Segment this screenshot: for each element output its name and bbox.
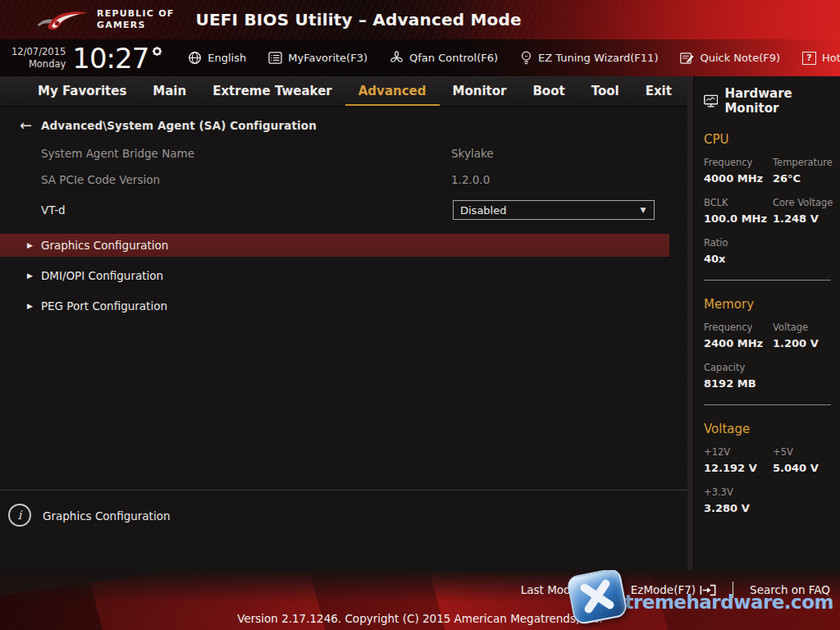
last-modified-button[interactable]: Last Modified — [521, 583, 595, 596]
submenu-label: DMI/OPI Configuration — [41, 269, 163, 282]
language-button[interactable]: English — [188, 51, 246, 65]
quick-note-label: Quick Note(F9) — [700, 52, 780, 64]
version-text: Version 2.17.1246. Copyright (C) 2015 Am… — [0, 612, 840, 625]
exit-to-ezmode-icon — [700, 584, 716, 596]
footer-links: Last Modified EzMode(F7) Search on FAQ — [521, 582, 830, 598]
hw-section-heading: Voltage — [704, 422, 840, 436]
param-label: SA PCIe Code Version — [41, 173, 451, 186]
tab-main[interactable]: Main — [139, 84, 199, 106]
hw-item-voltage-12v: +12V 12.192 V — [704, 446, 773, 474]
lightbulb-icon — [520, 51, 532, 65]
param-row-pcie-version: SA PCIe Code Version 1.2.0.0 — [0, 173, 687, 186]
hw-item-memory-voltage: Voltage 1.200 V — [773, 322, 840, 349]
submenu-group: ▶ Graphics Configuration ▶ DMI/OPI Confi… — [0, 234, 687, 317]
hot-keys-button[interactable]: ? Hot Keys — [802, 52, 840, 65]
footer: Last Modified EzMode(F7) Search on FAQ V… — [0, 570, 840, 630]
tab-extreme-tweaker[interactable]: Extreme Tweaker — [199, 84, 345, 106]
hw-divider — [704, 404, 831, 405]
clock-settings-gear-icon[interactable] — [151, 45, 163, 57]
tab-advanced[interactable]: Advanced — [345, 84, 440, 106]
chevron-down-icon: ▼ — [632, 206, 654, 214]
bios-screen: REPUBLIC OF GAMERS UEFI BIOS Utility – A… — [0, 0, 840, 630]
qfan-label: Qfan Control(F6) — [409, 52, 498, 64]
description-text: Graphics Configuration — [43, 502, 170, 523]
vtd-label: VT-d — [41, 203, 453, 217]
hw-divider — [704, 280, 831, 281]
tab-tool[interactable]: Tool — [578, 84, 632, 106]
submenu-dmi-opi-configuration[interactable]: ▶ DMI/OPI Configuration — [0, 264, 669, 287]
ez-tuning-label: EZ Tuning Wizard(F11) — [538, 52, 658, 64]
submenu-arrow-icon: ▶ — [27, 241, 33, 249]
favorite-list-icon — [268, 52, 282, 64]
day-value: Monday — [11, 58, 66, 71]
hardware-monitor-title: Hardware Monitor — [724, 86, 840, 116]
note-pencil-icon — [680, 52, 694, 65]
language-label: English — [208, 52, 246, 64]
hw-section-memory: Memory Frequency 2400 MHz Voltage 1.200 … — [704, 297, 840, 405]
hw-section-voltage: Voltage +12V 12.192 V +5V 5.040 V +3.3V … — [704, 422, 840, 514]
header: REPUBLIC OF GAMERS UEFI BIOS Utility – A… — [0, 0, 840, 76]
ez-mode-button[interactable]: EzMode(F7) — [631, 583, 716, 596]
vtd-dropdown-value: Disabled — [454, 204, 632, 217]
hw-item-cpu-temperature: Temperature 26°C — [773, 157, 840, 185]
submenu-label: Graphics Configuration — [41, 239, 168, 252]
monitor-icon — [704, 94, 718, 108]
submenu-peg-port-configuration[interactable]: ▶ PEG Port Configuration — [0, 294, 669, 317]
info-icon: i — [8, 504, 31, 527]
question-mark-icon: ? — [802, 52, 816, 65]
param-value: Skylake — [451, 147, 494, 160]
main-column: My Favorites Main Extreme Tweaker Advanc… — [0, 76, 687, 570]
title-banner: REPUBLIC OF GAMERS UEFI BIOS Utility – A… — [0, 0, 840, 39]
submenu-arrow-icon: ▶ — [27, 302, 33, 310]
hw-section-heading: Memory — [704, 297, 840, 312]
breadcrumb: Advanced\System Agent (SA) Configuration — [41, 119, 317, 132]
hardware-monitor-panel: Hardware Monitor CPU Frequency 4000 MHz … — [693, 76, 840, 570]
tab-my-favorites[interactable]: My Favorites — [25, 84, 139, 106]
hot-keys-label: Hot Keys — [822, 52, 840, 64]
menu-tabbar: My Favorites Main Extreme Tweaker Advanc… — [0, 76, 687, 107]
footer-separator — [733, 582, 733, 598]
rog-logo-icon — [36, 5, 89, 34]
page-title: UEFI BIOS Utility – Advanced Mode — [195, 10, 521, 30]
toolbar-items: English MyFavorite(F3) — [188, 51, 840, 65]
submenu-graphics-configuration[interactable]: ▶ Graphics Configuration — [0, 234, 669, 257]
vtd-setting-row: VT-d Disabled ▼ — [0, 200, 687, 220]
myfavorite-label: MyFavorite(F3) — [288, 52, 368, 64]
settings-panel: ← Advanced\System Agent (SA) Configurati… — [0, 107, 687, 490]
hw-item-memory-frequency: Frequency 2400 MHz — [704, 322, 773, 349]
submenu-arrow-icon: ▶ — [27, 272, 33, 280]
tab-monitor[interactable]: Monitor — [440, 84, 520, 106]
submenu-label: PEG Port Configuration — [41, 299, 167, 313]
hw-item-voltage-3v3: +3.3V 3.280 V — [704, 486, 773, 514]
hw-item-cpu-frequency: Frequency 4000 MHz — [704, 157, 773, 185]
hw-section-heading: CPU — [704, 132, 840, 147]
hw-item-voltage-5v: +5V 5.040 V — [773, 446, 840, 474]
ez-tuning-button[interactable]: EZ Tuning Wizard(F11) — [520, 51, 658, 65]
search-on-faq-button[interactable]: Search on FAQ — [750, 583, 830, 596]
fan-icon — [390, 51, 404, 65]
ez-mode-label: EzMode(F7) — [631, 583, 696, 596]
back-arrow-icon[interactable]: ← — [20, 116, 41, 134]
toolbar: 12/07/2015 Monday 10:27 — [0, 39, 840, 76]
brand-line2: GAMERS — [97, 20, 174, 31]
hardware-monitor-title-row: Hardware Monitor — [704, 76, 840, 116]
quick-note-button[interactable]: Quick Note(F9) — [680, 52, 780, 65]
hw-item-cpu-ratio: Ratio 40x — [704, 237, 773, 265]
myfavorite-button[interactable]: MyFavorite(F3) — [268, 52, 368, 64]
breadcrumb-row: ← Advanced\System Agent (SA) Configurati… — [0, 107, 687, 134]
hw-item-cpu-bclk: BCLK 100.0 MHz — [704, 197, 773, 225]
tab-exit[interactable]: Exit — [632, 84, 685, 106]
date-value: 12/07/2015 — [11, 46, 66, 58]
description-panel: i Graphics Configuration — [0, 490, 687, 570]
qfan-button[interactable]: Qfan Control(F6) — [390, 51, 498, 65]
param-row-bridge-name: System Agent Bridge Name Skylake — [0, 147, 687, 160]
datetime: 12/07/2015 Monday 10:27 — [11, 42, 163, 75]
scrollbar[interactable] — [687, 76, 693, 570]
hw-section-cpu: CPU Frequency 4000 MHz Temperature 26°C … — [704, 132, 840, 281]
param-value: 1.2.0.0 — [451, 173, 490, 186]
brand-line1: REPUBLIC OF — [97, 8, 174, 20]
content-row: My Favorites Main Extreme Tweaker Advanc… — [0, 76, 840, 570]
hw-item-memory-capacity: Capacity 8192 MB — [704, 362, 773, 390]
vtd-dropdown[interactable]: Disabled ▼ — [453, 200, 655, 220]
tab-boot[interactable]: Boot — [519, 84, 578, 106]
